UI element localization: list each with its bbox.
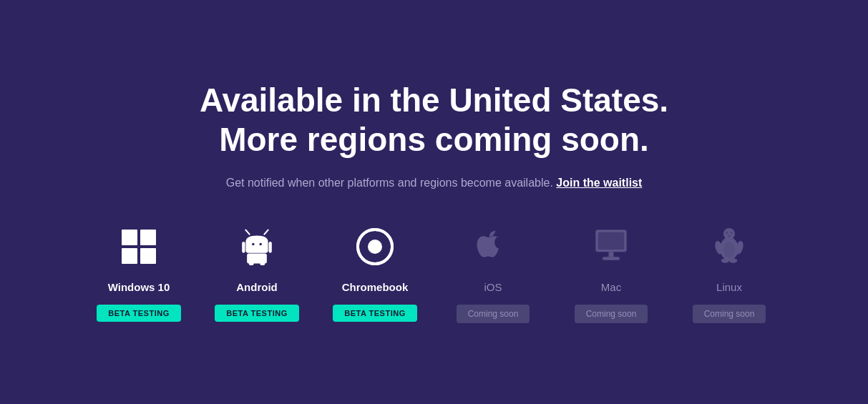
chromebook-badge[interactable]: BETA TESTING bbox=[333, 305, 416, 322]
svg-rect-10 bbox=[260, 262, 265, 265]
mac-badge: Coming soon bbox=[575, 305, 648, 323]
ios-name: iOS bbox=[484, 281, 502, 293]
main-container: Available in the United States. More reg… bbox=[0, 52, 868, 352]
windows-name: Windows 10 bbox=[108, 281, 170, 293]
platform-windows: Windows 10 BETA TESTING bbox=[80, 225, 198, 322]
svg-point-22 bbox=[728, 235, 731, 237]
android-badge[interactable]: BETA TESTING bbox=[215, 305, 298, 322]
svg-rect-18 bbox=[603, 257, 620, 260]
svg-point-12 bbox=[259, 243, 261, 245]
linux-badge: Coming soon bbox=[693, 305, 766, 323]
headline: Available in the United States. More reg… bbox=[14, 81, 854, 159]
waitlist-link[interactable]: Join the waitlist bbox=[556, 177, 642, 189]
subtitle-text: Get notified when other platforms and re… bbox=[226, 177, 553, 189]
svg-line-4 bbox=[245, 230, 249, 235]
svg-rect-17 bbox=[609, 252, 614, 257]
svg-point-11 bbox=[252, 243, 254, 245]
windows-icon bbox=[117, 225, 160, 268]
linux-icon bbox=[708, 225, 751, 268]
chromebook-icon bbox=[353, 225, 396, 268]
svg-rect-7 bbox=[268, 242, 271, 253]
platform-chromebook: Chromebook BETA TESTING bbox=[316, 225, 434, 322]
platform-mac: Mac Coming soon bbox=[552, 225, 670, 323]
ios-icon bbox=[472, 225, 515, 268]
platforms-row: Windows 10 BETA TESTING bbox=[14, 225, 854, 323]
mac-name: Mac bbox=[601, 281, 621, 293]
svg-point-27 bbox=[721, 259, 729, 263]
svg-line-5 bbox=[264, 230, 268, 235]
svg-rect-9 bbox=[249, 262, 254, 265]
subtitle: Get notified when other platforms and re… bbox=[14, 177, 854, 189]
headline-line2: More regions coming soon. bbox=[219, 121, 649, 158]
svg-rect-0 bbox=[122, 230, 137, 245]
svg-rect-3 bbox=[140, 248, 156, 264]
svg-rect-2 bbox=[122, 248, 137, 264]
svg-rect-8 bbox=[247, 254, 267, 264]
svg-point-28 bbox=[729, 259, 737, 263]
svg-rect-6 bbox=[242, 242, 245, 253]
android-name: Android bbox=[236, 281, 278, 293]
android-icon bbox=[235, 225, 278, 268]
chromebook-name: Chromebook bbox=[342, 281, 409, 293]
platform-android: Android BETA TESTING bbox=[198, 225, 316, 322]
svg-rect-1 bbox=[140, 230, 156, 245]
headline-line1: Available in the United States. bbox=[200, 82, 668, 119]
platform-ios: iOS Coming soon bbox=[434, 225, 552, 323]
platform-linux: Linux Coming soon bbox=[670, 225, 789, 323]
svg-point-20 bbox=[726, 232, 728, 234]
mac-icon bbox=[590, 225, 633, 268]
svg-rect-16 bbox=[598, 232, 624, 250]
windows-badge[interactable]: BETA TESTING bbox=[97, 305, 180, 322]
svg-point-21 bbox=[731, 232, 733, 234]
ios-badge: Coming soon bbox=[457, 305, 530, 323]
svg-point-24 bbox=[723, 242, 735, 257]
linux-name: Linux bbox=[716, 281, 742, 293]
svg-point-14 bbox=[368, 240, 382, 254]
